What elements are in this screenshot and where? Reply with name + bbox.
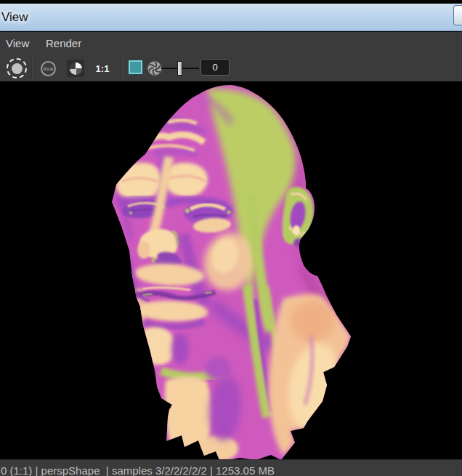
render-region-icon[interactable] [7, 58, 27, 78]
head-artwork [0, 81, 462, 459]
zoom-actual-size-button[interactable]: 1:1 [92, 61, 113, 76]
rgb-channels-icon[interactable]: RGB [41, 61, 56, 76]
chrome-panel: View Render RGB 1:1 [0, 32, 462, 81]
render-region-dot [12, 63, 23, 74]
toolbar-separator [31, 57, 33, 79]
exposure-slider-handle[interactable] [177, 61, 182, 76]
status-bar: 0 (1:1) | perspShape | samples 3/2/2/2/2… [0, 459, 462, 476]
false-color-head-render [0, 81, 462, 459]
window-control-button[interactable] [453, 5, 462, 25]
menu-view[interactable]: View [6, 37, 29, 49]
menu-render[interactable]: Render [46, 37, 81, 49]
exposure-value-field[interactable]: 0 [200, 59, 230, 76]
channel-quadrant-icon[interactable] [67, 60, 84, 77]
render-view-window: View View Render RGB 1:1 [0, 0, 462, 476]
toolbar: RGB 1:1 [0, 56, 462, 81]
exposure-slider[interactable] [161, 58, 199, 78]
render-viewport[interactable] [0, 81, 462, 459]
quadrant-pie-glyph [70, 62, 82, 75]
window-title: View [1, 10, 28, 25]
toolbar-separator [121, 57, 123, 79]
exposure-value: 0 [212, 62, 217, 73]
rgb-label: RGB [44, 67, 54, 71]
menu-bar: View Render [0, 32, 462, 56]
marquee-crop-icon[interactable] [129, 60, 142, 74]
zoom-ratio-label: 1:1 [96, 63, 110, 74]
status-text: 0 (1:1) | perspShape | samples 3/2/2/2/2… [1, 464, 275, 476]
window-titlebar[interactable]: View [0, 4, 462, 31]
